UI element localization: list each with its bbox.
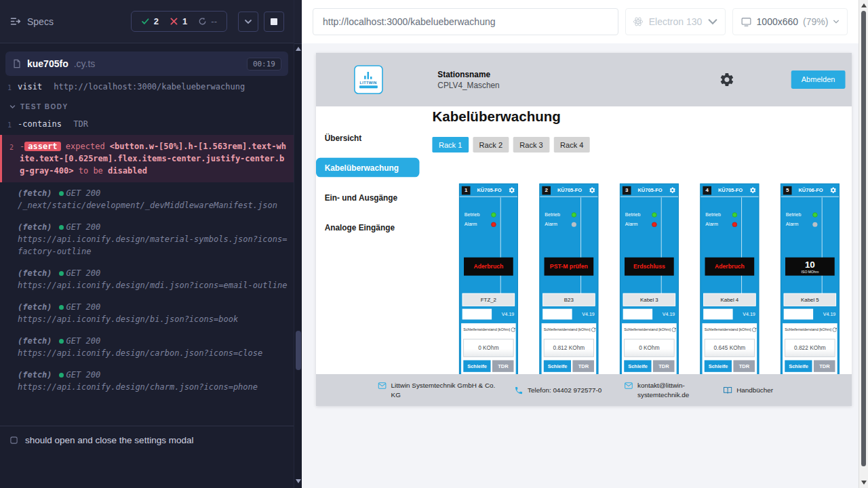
fetch-log-row[interactable]: (fetch)GET 200 https://api.iconify.desig… [0,364,294,398]
sidebar-nav-label: Analoge Eingänge [325,223,395,232]
sidebar-nav-item[interactable]: Übersicht [316,128,419,147]
card-divider-line [500,197,501,293]
cable-name-field: Kabel 4 [703,293,755,306]
device-gear-icon[interactable] [830,187,837,194]
sidebar-nav-item[interactable]: Kabelüberwachung [316,158,419,177]
stop-button[interactable] [264,12,284,32]
schleife-button[interactable]: Schleife [624,360,652,371]
footer-email-text: kontakt@littwin-systemtechnik.de [637,380,707,400]
scroll-down-arrow-icon[interactable] [296,479,301,483]
next-test-title: should open and close the settings modal [25,435,193,445]
collapse-button[interactable] [238,12,258,32]
schleife-button[interactable]: Schleife [544,360,572,371]
tdr-button-disabled[interactable]: TDR [492,360,513,371]
spec-extension: .cy.ts [74,58,96,69]
fetch-log-row[interactable]: (fetch)GET 200 /_next/static/development… [0,182,294,216]
tdr-button-disabled[interactable]: TDR [814,360,835,371]
rack-tab[interactable]: Rack 4 [554,137,590,152]
specs-menu-button[interactable]: Specs [9,16,54,27]
scroll-up-arrow-icon[interactable] [861,3,867,7]
browser-selector[interactable]: Electron 130 [625,8,726,35]
scrollbar-thumb[interactable] [861,11,866,466]
cable-input-box [623,309,652,320]
contains-command-row[interactable]: 1 -contains TDR [0,116,294,132]
test-stats[interactable]: 2 1 -- [131,11,227,32]
device-gear-icon[interactable] [589,187,595,194]
command-number: 1 [0,118,18,130]
reporter-panel: Specs 2 1 -- [0,0,294,488]
refresh-icon[interactable] [510,326,516,332]
status-message-unit: ISO MOhm [802,270,819,274]
cable-input-box [703,309,732,320]
failed-assert-row[interactable]: 2 -assert expected <button.w-[50%].h-[1.… [0,135,294,182]
fetch-log-row[interactable]: (fetch)GET 200 https://api.iconify.desig… [0,330,294,364]
viewport-selector[interactable]: 1000x660 (79%) [732,8,848,35]
refresh-icon[interactable] [591,326,597,332]
alarm-led [491,222,496,226]
tdr-button-disabled[interactable]: TDR [573,360,594,371]
station-label: Stationsname [437,70,499,79]
device-gear-icon[interactable] [509,187,515,194]
scrollbar-thumb[interactable] [296,331,301,370]
schleife-button[interactable]: Schleife [463,360,491,371]
command-message: TDR [73,119,88,129]
betrieb-led [652,212,656,217]
scroll-up-arrow-icon[interactable] [296,47,301,51]
sidebar-nav-item[interactable]: Analoge Eingänge [316,218,419,237]
fetch-url: https://api.iconify.design/bi.json?icons… [18,313,288,325]
settings-gear-icon[interactable] [719,72,735,88]
fetch-log-row[interactable]: (fetch)GET 200 https://api.iconify.desig… [0,296,294,330]
scroll-down-arrow-icon[interactable] [861,481,867,485]
fetch-log-row[interactable]: (fetch)GET 200 https://api.iconify.desig… [0,262,294,296]
footer-email[interactable]: kontakt@littwin-systemtechnik.de [624,380,707,400]
logout-button[interactable]: Abmelden [791,70,846,89]
betrieb-label: Betrieb [465,212,480,218]
measurement-panel: Schleifenwiderstand [kOhm] 0 KOhm Schlei… [461,323,516,381]
footer-company[interactable]: Littwin Systemtechnik GmbH & Co. KG [378,380,498,400]
schleife-button[interactable]: Schleife [785,360,812,371]
measurement-label: Schleifenwiderstand [kOhm] [785,327,831,331]
logo-text: LITTWIN [359,81,376,85]
page-scrollbar[interactable] [859,0,868,488]
reporter-scrollbar[interactable] [294,0,302,488]
app-main: Kabelüberwachung Rack 1 Rack 2 [420,106,852,406]
firmware-version-label: V4.19 [663,312,675,317]
measurement-value: 0.822 KOhm [785,339,835,357]
phone-icon [514,386,523,394]
rack-tab[interactable]: Rack 2 [473,137,509,152]
schleife-button[interactable]: Schleife [705,360,732,371]
device-card: 2 KÜ705-FO Betrieb [539,184,598,383]
rack-tab-label: Rack 4 [560,140,583,149]
rack-tab[interactable]: Rack 3 [513,137,549,152]
device-card-header: 4 KÜ705-FO [701,184,758,197]
refresh-icon[interactable] [751,326,757,332]
device-card-header: 1 KÜ705-FO [460,184,517,197]
refresh-icon[interactable] [671,326,677,332]
tdr-button-disabled[interactable]: TDR [653,360,674,371]
visit-command-row[interactable]: 1 visit http://localhost:3000/kabelueber… [0,79,294,95]
url-input[interactable] [313,8,618,35]
stat-pending[interactable]: -- [198,16,217,26]
tdr-button-disabled[interactable]: TDR [734,360,755,371]
spec-file-row[interactable]: kue705fo .cy.ts 00:19 [5,52,288,76]
rack-tab[interactable]: Rack 1 [432,137,468,152]
app-header: LITTWIN Stationsname CPLV4_Maschen Abmel… [316,53,852,106]
footer-phone[interactable]: Telefon: 04402 972577-0 [514,386,608,395]
test-body-section-header[interactable]: TEST BODY [0,95,294,116]
fetch-label: (fetch) [18,370,52,380]
refresh-icon[interactable] [831,326,837,332]
email-icon [378,381,387,390]
next-test-row[interactable]: should open and close the settings modal [0,426,294,454]
device-gear-icon[interactable] [749,187,756,194]
footer-manuals[interactable]: Handbücher [723,386,811,395]
device-gear-icon[interactable] [669,187,676,194]
sidebar-nav-item[interactable]: Ein- und Ausgänge [316,188,419,207]
stat-failed[interactable]: 1 [170,16,187,26]
littwin-logo: LITTWIN [354,65,383,94]
stat-passed[interactable]: 2 [141,16,159,26]
device-number-badge: 4 [703,186,711,195]
betrieb-label: Betrieb [545,212,560,218]
reporter-header-buttons [238,12,284,32]
browser-name: Electron 130 [649,16,703,27]
fetch-log-row[interactable]: (fetch)GET 200 https://api.iconify.desig… [0,216,294,262]
